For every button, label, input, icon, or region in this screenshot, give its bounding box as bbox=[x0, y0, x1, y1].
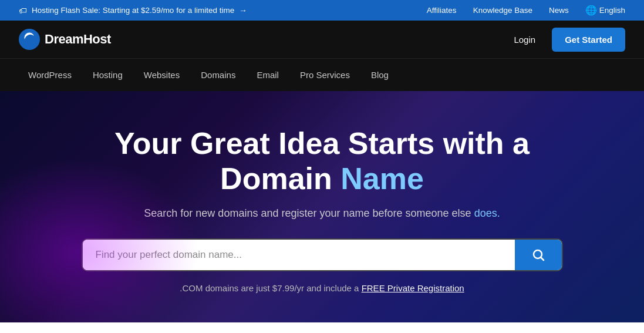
sub-nav: WordPress Hosting Websites Domains Email… bbox=[0, 58, 644, 91]
hero-title-highlight: Name bbox=[340, 162, 424, 196]
nav-item-blog[interactable]: Blog bbox=[362, 65, 398, 85]
hero-note-text: .COM domains are just $7.99/yr and inclu… bbox=[180, 283, 361, 293]
domain-search-input[interactable] bbox=[83, 240, 515, 270]
nav-item-wordpress[interactable]: WordPress bbox=[19, 65, 81, 85]
promo-banner: 🏷 Hosting Flash Sale: Starting at $2.59/… bbox=[19, 6, 247, 15]
svg-point-0 bbox=[19, 29, 40, 50]
hero-subtitle-highlight: does. bbox=[474, 207, 500, 219]
main-nav: DreamHost Login Get Started bbox=[0, 21, 644, 58]
logo-text: DreamHost bbox=[45, 32, 111, 47]
login-button[interactable]: Login bbox=[507, 30, 542, 49]
globe-icon: 🌐 bbox=[585, 5, 597, 16]
top-banner-links: Affiliates Knowledge Base News 🌐 English bbox=[427, 5, 625, 16]
nav-right: Login Get Started bbox=[507, 28, 625, 52]
top-banner: 🏷 Hosting Flash Sale: Starting at $2.59/… bbox=[0, 0, 644, 21]
nav-item-email[interactable]: Email bbox=[247, 65, 288, 85]
logo[interactable]: DreamHost bbox=[19, 29, 111, 50]
promo-arrow: → bbox=[239, 6, 247, 15]
svg-line-2 bbox=[541, 257, 544, 260]
hero-subtitle-text: Search for new domains and register your… bbox=[144, 207, 474, 219]
hero-subtitle: Search for new domains and register your… bbox=[144, 207, 500, 220]
language-selector[interactable]: 🌐 English bbox=[585, 5, 625, 16]
nav-item-domains[interactable]: Domains bbox=[191, 65, 245, 85]
promo-text: Hosting Flash Sale: Starting at $2.59/mo… bbox=[32, 6, 234, 15]
tag-icon: 🏷 bbox=[19, 6, 27, 15]
search-icon bbox=[531, 248, 545, 262]
dreamhost-logo-icon bbox=[19, 29, 40, 50]
domain-search-container bbox=[82, 238, 563, 271]
hero-note: .COM domains are just $7.99/yr and inclu… bbox=[180, 283, 464, 293]
nav-item-pro-services[interactable]: Pro Services bbox=[291, 65, 359, 85]
domain-search-button[interactable] bbox=[515, 240, 562, 270]
hero-title-text: Your Great Idea Starts with a Domain bbox=[114, 126, 530, 196]
language-label: English bbox=[599, 6, 625, 15]
get-started-button[interactable]: Get Started bbox=[552, 28, 625, 52]
nav-item-hosting[interactable]: Hosting bbox=[83, 65, 132, 85]
affiliates-link[interactable]: Affiliates bbox=[427, 6, 457, 15]
hero-title: Your Great Idea Starts with a Domain Nam… bbox=[58, 126, 586, 197]
free-registration-link[interactable]: FREE Private Registration bbox=[362, 283, 464, 293]
knowledge-base-link[interactable]: Knowledge Base bbox=[473, 6, 532, 15]
hero-section: Your Great Idea Starts with a Domain Nam… bbox=[0, 91, 644, 322]
nav-item-websites[interactable]: Websites bbox=[134, 65, 189, 85]
news-link[interactable]: News bbox=[549, 6, 569, 15]
